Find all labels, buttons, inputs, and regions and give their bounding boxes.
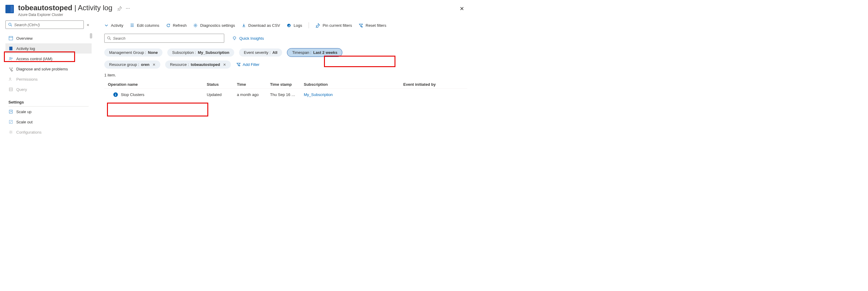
col-timestamp[interactable]: Time stamp: [270, 82, 304, 87]
nav-access-control[interactable]: Access control (IAM): [5, 53, 92, 64]
main-content: Activity Edit columns Refresh: [92, 19, 470, 137]
toolbar-separator: [309, 22, 309, 28]
nav-scale-out[interactable]: Scale out: [5, 117, 92, 127]
svg-point-13: [10, 131, 11, 133]
nav-scale-up[interactable]: Scale up: [5, 107, 92, 117]
people-icon: [8, 56, 13, 61]
edit-columns-button[interactable]: Edit columns: [130, 23, 159, 28]
cell-time: a month ago: [237, 93, 270, 97]
pin-icon[interactable]: [117, 6, 122, 11]
cell-operation: Stop Clusters: [121, 93, 144, 97]
nav-label: Diagnose and solve problems: [16, 67, 68, 71]
remove-filter-icon[interactable]: ✕: [153, 63, 156, 67]
reset-filters-button[interactable]: Reset filters: [359, 23, 386, 28]
scrollbar[interactable]: [90, 33, 92, 38]
download-icon: [242, 23, 246, 28]
nav-label: Overview: [16, 36, 33, 41]
toolbar-label: Download as CSV: [248, 23, 280, 28]
logs-button[interactable]: Logs: [287, 23, 302, 28]
nav-diagnose[interactable]: Diagnose and solve problems: [5, 64, 92, 74]
svg-point-17: [195, 25, 196, 26]
filter-resource-group[interactable]: Resource group : oren ✕: [104, 61, 160, 69]
item-count-label: 1 item.: [104, 73, 467, 77]
add-filter-icon: [236, 62, 241, 67]
toolbar-label: Pin current filters: [322, 23, 352, 28]
activity-dropdown[interactable]: Activity: [104, 23, 123, 28]
filter-event-severity[interactable]: Event severity : All: [239, 48, 282, 57]
col-status[interactable]: Status: [207, 82, 237, 87]
columns-icon: [130, 23, 134, 27]
filter-reset-icon: [359, 23, 363, 28]
search-icon: [8, 23, 12, 27]
svg-point-5: [9, 57, 10, 59]
col-time[interactable]: Time: [237, 82, 270, 87]
refresh-button[interactable]: Refresh: [166, 23, 187, 28]
toolbar-label: Reset filters: [366, 23, 386, 28]
lightbulb-icon: [232, 36, 237, 41]
toolbar: Activity Edit columns Refresh: [104, 21, 467, 32]
col-subscription[interactable]: Subscription: [304, 82, 403, 87]
remove-filter-icon[interactable]: ✕: [223, 63, 226, 67]
crumb-separator: |: [72, 4, 78, 12]
nav-permissions[interactable]: Permissions: [5, 74, 92, 84]
filter-pills: Management Group : None Subscription : M…: [104, 48, 467, 57]
svg-point-0: [9, 23, 11, 26]
nav-configurations[interactable]: Configurations: [5, 127, 92, 137]
table-row[interactable]: i Stop Clusters Updated a month ago Thu …: [104, 88, 467, 101]
svg-rect-4: [9, 47, 13, 50]
activity-table: Operation name Status Time Time stamp Su…: [104, 80, 467, 101]
quick-insights-label: Quick Insights: [239, 36, 264, 41]
nav-label: Scale up: [16, 110, 32, 114]
pill-value: tobeautostoped: [191, 62, 220, 67]
more-icon[interactable]: ⋯: [126, 6, 130, 11]
svg-rect-2: [9, 36, 13, 40]
refresh-icon: [166, 23, 170, 28]
quick-insights-link[interactable]: Quick Insights: [232, 36, 264, 41]
download-csv-button[interactable]: Download as CSV: [242, 23, 280, 28]
filter-resource[interactable]: Resource : tobeautostoped ✕: [165, 61, 231, 69]
toolbar-label: Edit columns: [137, 23, 159, 28]
filter-timespan[interactable]: Timespan : Last 2 weeks: [287, 48, 342, 57]
diagnostics-settings-button[interactable]: Diagnostics settings: [193, 23, 235, 28]
svg-point-25: [233, 37, 236, 39]
svg-point-23: [107, 37, 110, 39]
section-settings-label: Settings: [8, 100, 92, 104]
filter-management-group[interactable]: Management Group : None: [104, 48, 162, 57]
svg-line-1: [11, 25, 12, 27]
sidebar-search-input[interactable]: [14, 23, 81, 27]
pin-filters-button[interactable]: Pin current filters: [315, 23, 352, 28]
pin-icon: [315, 23, 320, 28]
nav-overview[interactable]: Overview: [5, 33, 92, 43]
add-filter-button[interactable]: Add Filter: [236, 61, 264, 69]
diagnose-icon: [8, 67, 13, 71]
permissions-icon: [8, 77, 13, 81]
resource-type-icon: [5, 5, 14, 13]
activity-search[interactable]: [104, 34, 224, 43]
filter-subscription[interactable]: Subscription : My_Subscription: [167, 48, 234, 57]
scale-up-icon: [8, 109, 13, 114]
add-filter-label: Add Filter: [243, 62, 259, 67]
collapse-sidebar-icon[interactable]: «: [87, 22, 89, 27]
logs-icon: [287, 23, 291, 28]
activity-search-input[interactable]: [113, 36, 221, 41]
toolbar-label: Diagnostics settings: [200, 23, 235, 28]
toolbar-label: Logs: [293, 23, 302, 28]
cell-subscription[interactable]: My_Subscription: [304, 93, 403, 97]
col-operation[interactable]: Operation name: [104, 82, 207, 87]
overview-icon: [8, 36, 13, 41]
nav-label: Scale out: [16, 120, 33, 124]
pill-label: Event severity :: [244, 50, 271, 55]
sidebar-search[interactable]: [5, 21, 84, 29]
toolbar-label: Activity: [111, 23, 123, 28]
pill-label: Subscription :: [172, 50, 196, 55]
chevron-down-icon: [104, 23, 108, 27]
close-icon[interactable]: ✕: [460, 5, 464, 12]
nav-query[interactable]: Query: [5, 84, 92, 95]
svg-rect-20: [289, 25, 290, 27]
pill-value: oren: [141, 62, 150, 67]
col-event-by[interactable]: Event initiated by: [403, 82, 467, 87]
nav-activity-log[interactable]: Activity log: [5, 43, 92, 53]
svg-point-7: [9, 78, 10, 79]
toolbar-label: Refresh: [173, 23, 187, 28]
nav-label: Permissions: [16, 77, 38, 81]
